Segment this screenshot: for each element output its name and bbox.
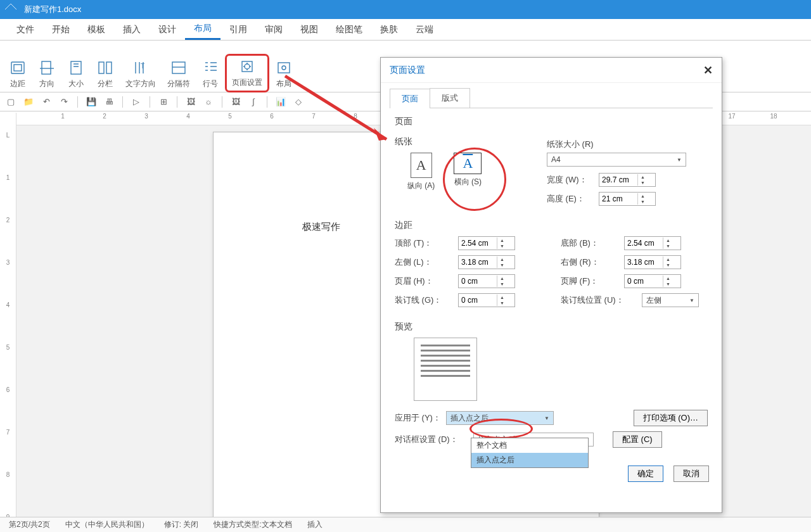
menu-1[interactable]: 开始 xyxy=(43,20,79,39)
menu-6[interactable]: 引用 xyxy=(220,20,256,39)
undo-icon[interactable]: ↶ xyxy=(41,96,52,108)
footer-input[interactable]: ▲▼ xyxy=(624,274,681,288)
section-paper-label: 纸张 xyxy=(395,136,521,148)
gutter-input[interactable]: ▲▼ xyxy=(458,293,515,307)
clipart-icon[interactable]: 🖼 xyxy=(230,96,241,108)
new-icon[interactable]: ▢ xyxy=(5,96,16,108)
ribbon-方向[interactable]: 方向 xyxy=(34,58,60,91)
svg-point-9 xyxy=(245,64,250,69)
menu-4[interactable]: 设计 xyxy=(150,20,185,39)
svg-rect-3 xyxy=(71,61,81,74)
ok-button[interactable]: 确定 xyxy=(628,466,663,482)
section-margin-label: 边距 xyxy=(395,220,708,231)
language-indicator[interactable]: 中文（中华人民共和国） xyxy=(65,519,149,530)
svg-rect-7 xyxy=(172,62,185,73)
menu-9[interactable]: 绘图笔 xyxy=(327,20,371,39)
annotation-circle-orientation xyxy=(443,148,506,211)
menu-0[interactable]: 文件 xyxy=(8,20,43,39)
annotation-circle-apply xyxy=(469,419,533,439)
ribbon-文字方向[interactable]: T文字方向 xyxy=(122,58,160,91)
header-input[interactable]: ▲▼ xyxy=(458,274,515,288)
paper-size-select[interactable]: A4▼ xyxy=(547,153,686,167)
menu-8[interactable]: 视图 xyxy=(291,20,327,39)
menu-2[interactable]: 模板 xyxy=(79,20,114,39)
menu-10[interactable]: 换肤 xyxy=(371,20,407,39)
svg-rect-2 xyxy=(42,61,51,74)
svg-rect-5 xyxy=(106,62,112,73)
print-icon[interactable]: 🖶 xyxy=(103,96,115,108)
open-icon[interactable]: 📁 xyxy=(23,96,34,108)
menu-5[interactable]: 布局 xyxy=(185,19,220,40)
annotation-arrow xyxy=(279,70,406,158)
save-icon[interactable]: 💾 xyxy=(86,96,97,108)
apply-option-wholedoc[interactable]: 整个文档 xyxy=(471,438,588,453)
menu-11[interactable]: 云端 xyxy=(407,20,442,39)
print-options-button[interactable]: 打印选项 (O)… xyxy=(634,410,708,426)
ribbon-分栏[interactable]: 分栏 xyxy=(93,58,118,91)
apply-option-afterinsert[interactable]: 插入点之后 xyxy=(471,453,588,467)
tab-format[interactable]: 版式 xyxy=(430,88,470,108)
margin-top-input[interactable]: ▲▼ xyxy=(458,236,515,250)
symbol-icon[interactable]: ☼ xyxy=(203,96,214,108)
ribbon-行号[interactable]: 行号 xyxy=(198,58,223,91)
preview-thumbnail xyxy=(414,338,477,401)
menu-7[interactable]: 审阅 xyxy=(256,20,291,39)
vertical-ruler: L1234567891011 xyxy=(0,113,16,517)
ribbon-页面设置[interactable]: 页面设置 xyxy=(227,56,267,91)
cursor-icon[interactable]: ▷ xyxy=(131,96,142,108)
ribbon-大小[interactable]: 大小 xyxy=(63,58,89,91)
ribbon-边距[interactable]: 边距 xyxy=(5,58,30,91)
width-input[interactable]: ▲▼ xyxy=(599,173,656,187)
paper-size-label: 纸张大小 (R) xyxy=(547,139,708,150)
ribbon-分隔符[interactable]: 分隔符 xyxy=(163,58,194,91)
title-bar: 新建写作1.docx xyxy=(0,0,811,19)
shortcut-indicator: 快捷方式类型:文本文档 xyxy=(214,519,291,530)
svg-rect-1 xyxy=(14,65,22,71)
file-name: 新建写作1.docx xyxy=(24,4,81,15)
orientation-portrait[interactable]: A 纵向 (A) xyxy=(407,153,435,191)
gutter-position-select[interactable]: 左侧▼ xyxy=(642,293,699,307)
margin-bottom-input[interactable]: ▲▼ xyxy=(624,236,681,250)
menu-bar: 文件开始模板插入设计布局引用审阅视图绘图笔换肤云端 xyxy=(0,19,811,41)
insert-mode[interactable]: 插入 xyxy=(307,519,322,530)
svg-rect-0 xyxy=(11,62,24,73)
app-icon xyxy=(4,3,17,16)
cancel-button[interactable]: 取消 xyxy=(674,466,709,482)
document-text: 极速写作 xyxy=(302,221,340,232)
svg-rect-4 xyxy=(99,62,104,73)
equation-icon[interactable]: ∫ xyxy=(248,96,259,108)
page-setup-dialog: 页面设置 ✕ 页面 版式 页面 纸张 A 纵向 (A) A 横向 (S) xyxy=(380,57,722,513)
height-input[interactable]: ▲▼ xyxy=(599,192,656,206)
image-icon[interactable]: 🖼 xyxy=(185,96,196,108)
margin-right-input[interactable]: ▲▼ xyxy=(624,255,681,269)
menu-3[interactable]: 插入 xyxy=(114,20,150,39)
svg-text:T: T xyxy=(141,63,144,70)
status-bar: 第2页/共2页 中文（中华人民共和国） 修订: 关闭 快捷方式类型:文本文档 插… xyxy=(0,517,811,532)
config-button[interactable]: 配置 (C) xyxy=(613,431,662,448)
apply-to-dropdown: 整个文档 插入点之后 xyxy=(471,438,589,468)
redo-icon[interactable]: ↷ xyxy=(58,96,70,108)
section-page-label: 页面 xyxy=(395,116,708,127)
page-indicator[interactable]: 第2页/共2页 xyxy=(9,519,50,530)
revision-indicator[interactable]: 修订: 关闭 xyxy=(164,519,199,530)
margin-left-input[interactable]: ▲▼ xyxy=(458,255,515,269)
svg-line-12 xyxy=(285,76,386,139)
section-preview-label: 预览 xyxy=(395,321,708,332)
table-icon[interactable]: ⊞ xyxy=(158,96,169,108)
close-icon[interactable]: ✕ xyxy=(703,63,713,77)
